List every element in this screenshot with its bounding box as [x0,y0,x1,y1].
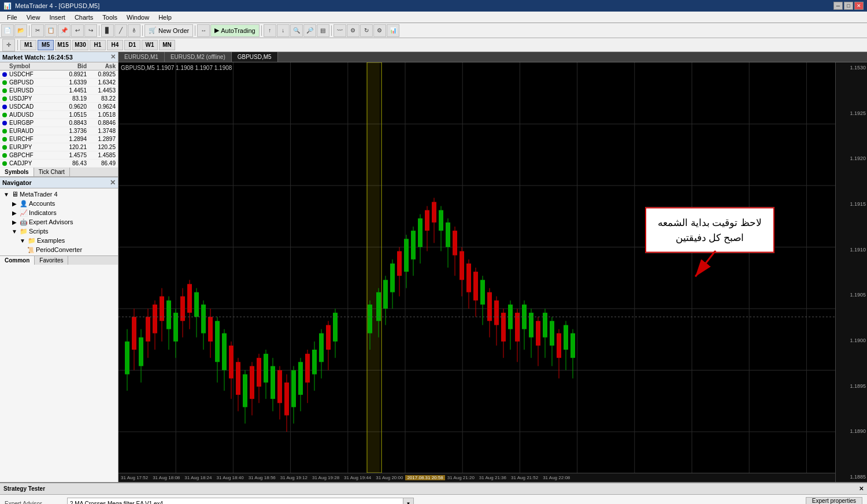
menu-file[interactable]: File [2,13,22,22]
chart-tab-gbpusd-m5[interactable]: GBPUSD,M5 [232,52,278,62]
svg-rect-76 [319,333,324,362]
chart-bar-button[interactable]: ▊ [101,24,114,37]
market-watch-row[interactable]: AUDUSD 1.0515 1.0518 [0,111,118,119]
sep6 [331,25,332,36]
tf-mn[interactable]: MN [159,40,175,50]
expert-properties-button[interactable]: Expert properties [806,497,862,504]
chart-props-button[interactable]: ▤ [317,24,329,37]
market-watch-row[interactable]: GBPUSD 1.6339 1.6342 [0,79,118,87]
market-watch-title: Market Watch: 16:24:53 [2,54,73,61]
market-watch-row[interactable]: USDJPY 83.19 83.22 [0,95,118,103]
market-watch-close[interactable]: ✕ [110,53,116,61]
nav-item-root[interactable]: ▼ 🖥 MetaTrader 4 [1,190,117,199]
ea-input[interactable] [67,498,403,504]
navigator-header: Navigator ✕ [0,177,118,188]
zoom-in-button[interactable]: 🔍 [290,24,303,37]
nav-item-indicators[interactable]: ▶ 📈 Indicators [9,208,117,217]
market-watch-row[interactable]: USDCAD 0.9620 0.9624 [0,103,118,111]
app-icon: 📊 [3,2,12,10]
new-order-button[interactable]: 🛒 New Order [144,24,193,37]
monitor-button[interactable]: 📊 [387,24,399,37]
tab-symbols[interactable]: Symbols [0,168,34,176]
row-dot [2,88,7,93]
svg-rect-26 [146,317,150,342]
market-watch-row[interactable]: CADJPY 86.43 86.49 [0,160,118,168]
time-5: 31 Aug 18:56 [246,475,278,480]
close-button[interactable]: ✕ [854,2,864,10]
market-watch-row[interactable]: EURCHF 1.2894 1.2897 [0,135,118,143]
new-button[interactable]: 📄 [1,24,14,37]
chart-up-button[interactable]: ↑ [264,24,276,37]
zoom-out-button[interactable]: 🔎 [303,24,316,37]
chart-down-button[interactable]: ↓ [277,24,290,37]
nav-item-examples[interactable]: ▼ 📁 Examples [17,236,117,245]
tf-h4[interactable]: H4 [107,40,123,50]
nav-item-expert-advisors[interactable]: ▶ 🤖 Expert Advisors [9,217,117,227]
market-watch-row[interactable]: EURUSD 1.4451 1.4453 [0,87,118,95]
market-watch-row[interactable]: EURAUD 1.3736 1.3748 [0,127,118,135]
ea-dropdown-btn[interactable]: ▼ [403,498,414,504]
redo-button[interactable]: ↪ [84,24,97,37]
sep1 [29,25,29,36]
price-7: 1.1900 [837,338,866,343]
sep3 [142,25,143,36]
tab-tick-chart[interactable]: Tick Chart [34,168,70,176]
chart-line-button[interactable]: ╱ [114,24,127,37]
row-ask: 1.0518 [87,112,118,118]
menu-charts[interactable]: Charts [70,13,98,22]
tf-m1[interactable]: M1 [20,40,36,50]
tf-h1[interactable]: H1 [90,40,106,50]
menu-help[interactable]: Help [154,13,176,22]
nav-item-accounts[interactable]: ▶ 👤 Accounts [9,199,117,208]
svg-rect-78 [326,325,331,350]
chart-candle-button[interactable]: 🕯 [128,24,140,37]
market-watch-row[interactable]: EURGBP 0.8843 0.8846 [0,119,118,127]
menu-window[interactable]: Window [122,13,154,22]
refresh-button[interactable]: ↻ [360,24,373,37]
market-watch-tabs: Symbols Tick Chart [0,168,118,177]
crosshair-button[interactable]: ✛ [2,39,15,51]
autotrading-button[interactable]: ▶ AutoTrading [210,24,260,37]
menu-insert[interactable]: Insert [45,13,70,22]
cut-button[interactable]: ✂ [31,24,44,37]
tester-close-button[interactable]: ✕ [859,486,864,492]
tf-d1[interactable]: D1 [124,40,140,50]
annotation-text: لاحظ توقيت بداية الشمعه اصبح كل دفيقتين [658,216,762,245]
svg-rect-62 [271,366,275,399]
nav-tab-common[interactable]: Common [0,256,35,265]
expert-button[interactable]: ⚙ [347,24,360,37]
menu-tools[interactable]: Tools [98,13,122,22]
chart-tab-eurusd-m1[interactable]: EURUSD,M1 [118,52,165,62]
col-symbol: Symbol [0,63,55,69]
restore-button[interactable]: □ [844,2,853,10]
navigator-close[interactable]: ✕ [110,179,116,187]
nav-item-period-converter[interactable]: 📜 PeriodConverter [25,245,117,254]
row-bid: 120.21 [55,144,87,150]
annotation-line1: لاحظ توقيت بداية الشمعه [658,216,762,231]
settings-button[interactable]: ⚙ [373,24,386,37]
tf-m15[interactable]: M15 [55,40,71,50]
mt4-icon: 🖥 [12,190,18,198]
paste-button[interactable]: 📌 [58,24,71,37]
copy-button[interactable]: 📋 [45,24,57,37]
expert-advisor-label: Expert Advisor [5,501,62,505]
market-watch-row[interactable]: EURJPY 120.21 120.25 [0,143,118,151]
menu-view[interactable]: View [22,13,45,22]
timeframe-toolbar: ✛ M1 M5 M15 M30 H1 H4 D1 W1 MN [0,38,867,52]
open-button[interactable]: 📂 [14,24,27,37]
indicators-button[interactable]: 〰 [334,24,346,37]
undo-button[interactable]: ↩ [71,24,84,37]
nav-item-scripts[interactable]: ▼ 📁 Scripts [9,227,117,236]
svg-rect-24 [139,338,143,366]
tf-m5[interactable]: M5 [38,40,54,50]
market-watch-row[interactable]: GBPCHF 1.4575 1.4585 [0,151,118,160]
tf-m30[interactable]: M30 [72,40,88,50]
nav-tab-favorites[interactable]: Favorites [35,256,68,265]
tf-w1[interactable]: W1 [142,40,158,50]
history-button[interactable]: ↔ [197,24,210,37]
minimize-button[interactable]: ─ [833,2,843,10]
svg-rect-36 [180,297,185,321]
scripts-expand-icon: ▼ [10,227,18,235]
market-watch-row[interactable]: USDCHF 0.8921 0.8925 [0,71,118,79]
chart-tab-eurusd-m2[interactable]: EURUSD,M2 (offline) [165,52,232,62]
